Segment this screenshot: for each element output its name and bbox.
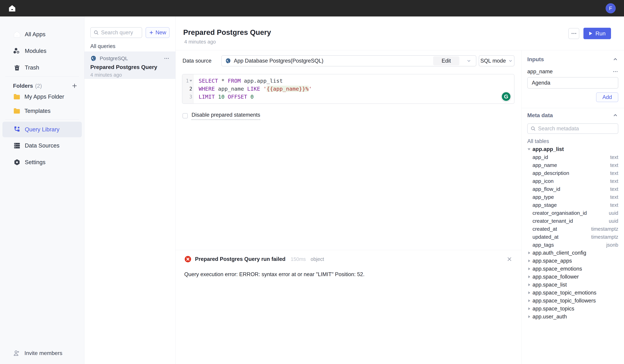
sql-mode-label: SQL mode bbox=[480, 58, 506, 64]
search-icon bbox=[530, 126, 536, 131]
meta-table-row[interactable]: app.space_topics bbox=[527, 305, 618, 313]
query-source-label: PostgreSQL bbox=[100, 55, 128, 61]
folder-icon bbox=[13, 107, 21, 115]
meta-column-row[interactable]: app_tagsjsonb bbox=[527, 241, 618, 249]
datasource-label: Data source bbox=[182, 58, 221, 64]
fold-caret-icon[interactable] bbox=[189, 80, 192, 82]
meta-column-row[interactable]: app_idtext bbox=[527, 153, 618, 161]
query-search-input[interactable] bbox=[101, 29, 139, 36]
meta-column-row[interactable]: updated_attimestamptz bbox=[527, 233, 618, 241]
query-list-item[interactable]: PostgreSQL Prepared Postgres Query 4 min… bbox=[84, 52, 175, 79]
meta-column-row[interactable]: app_nametext bbox=[527, 161, 618, 169]
meta-column-row[interactable]: app_flow_idtext bbox=[527, 185, 618, 193]
new-query-button[interactable]: New bbox=[146, 27, 170, 38]
data-sources-icon bbox=[13, 142, 21, 150]
code-line[interactable]: WHERE app_name LIKE '{{app_name}}%' bbox=[199, 85, 514, 93]
meta-table-name: app.app_list bbox=[532, 146, 564, 152]
folders-header: Folders (2) bbox=[0, 82, 84, 90]
metadata-section-header[interactable]: Meta data bbox=[527, 112, 618, 119]
sql-code-editor[interactable]: 123 SELECT * FROM app.app_listWHERE app_… bbox=[182, 74, 515, 104]
sidebar-item-data-sources[interactable]: Data Sources bbox=[0, 137, 84, 154]
meta-table-row[interactable]: app.space_follower bbox=[527, 273, 618, 281]
plus-icon bbox=[149, 30, 154, 35]
settings-icon bbox=[13, 158, 21, 166]
error-object-tab[interactable]: object bbox=[311, 256, 324, 262]
chevron-up-icon[interactable] bbox=[612, 112, 618, 118]
query-result-panel: Prepared Postgres Query run failed 150ms… bbox=[176, 250, 521, 364]
sidebar-item-settings[interactable]: Settings bbox=[0, 154, 84, 171]
add-param-button[interactable]: Add bbox=[596, 92, 618, 102]
datasource-edit-button[interactable]: Edit bbox=[433, 56, 459, 65]
inspector-panel: Inputs app_name Add Meta data bbox=[521, 51, 624, 364]
query-item-menu-button[interactable] bbox=[164, 55, 170, 61]
code-line[interactable]: LIMIT 10 OFFSET 0 bbox=[199, 93, 514, 101]
meta-column-row[interactable]: creator_tenant_iduuid bbox=[527, 217, 618, 225]
meta-table-row[interactable]: app.space_topic_followers bbox=[527, 297, 618, 305]
home-button[interactable] bbox=[7, 3, 18, 14]
meta-column-row[interactable]: app_descriptiontext bbox=[527, 169, 618, 177]
sidebar-item-modules[interactable]: Modules bbox=[0, 43, 84, 59]
code-line[interactable]: SELECT * FROM app.app_list bbox=[199, 77, 514, 85]
line-number[interactable]: 2 bbox=[182, 85, 193, 93]
add-folder-button[interactable] bbox=[71, 83, 78, 89]
param-menu-button[interactable] bbox=[612, 69, 618, 75]
sidebar: All Apps Modules Trash Folders (2) My Ap… bbox=[0, 16, 84, 364]
chevron-down-icon bbox=[466, 58, 471, 63]
sidebar-folder-my-apps[interactable]: My Apps Folder bbox=[0, 90, 84, 104]
all-queries-header: All queries bbox=[90, 43, 170, 50]
meta-table-row[interactable]: app.user_auth bbox=[527, 313, 618, 321]
sidebar-item-query-library[interactable]: Query Library bbox=[2, 122, 82, 137]
param-value-input[interactable] bbox=[527, 77, 618, 89]
sidebar-divider bbox=[5, 119, 79, 120]
meta-table-row[interactable]: app.space_apps bbox=[527, 257, 618, 265]
meta-table-row[interactable]: app.auth_client_config bbox=[527, 249, 618, 257]
search-icon bbox=[93, 30, 99, 35]
metadata-search-input[interactable] bbox=[538, 126, 615, 132]
query-search-box[interactable] bbox=[90, 27, 142, 38]
invite-members-label: Invite members bbox=[25, 350, 62, 356]
line-number[interactable]: 3 bbox=[182, 93, 193, 101]
sql-mode-select[interactable]: SQL mode bbox=[479, 55, 515, 66]
error-message: Query execution error: ERROR: syntax err… bbox=[184, 271, 513, 278]
run-button[interactable]: Run bbox=[583, 28, 611, 39]
meta-table-row-expanded[interactable]: app.app_list bbox=[527, 145, 618, 153]
error-icon bbox=[184, 256, 192, 263]
meta-table-row[interactable]: app.space_topic_emotions bbox=[527, 289, 618, 297]
sidebar-divider bbox=[5, 77, 79, 77]
meta-column-row[interactable]: app_typetext bbox=[527, 193, 618, 201]
meta-table-row[interactable]: app.space_emotions bbox=[527, 265, 618, 273]
sidebar-item-label: Trash bbox=[25, 64, 39, 71]
meta-column-row[interactable]: creator_organisation_iduuid bbox=[527, 209, 618, 217]
invite-members-button[interactable]: Invite members bbox=[13, 349, 62, 357]
meta-column-row[interactable]: app_stagetext bbox=[527, 201, 618, 209]
meta-column-row[interactable]: created_attimestamptz bbox=[527, 225, 618, 233]
postgresql-icon bbox=[90, 55, 97, 61]
line-number[interactable]: 1 bbox=[182, 77, 193, 85]
datasource-select[interactable]: App Database Postgres(PostgreSQL) Edit bbox=[221, 55, 476, 66]
meta-tree: app.app_list app_idtextapp_nametextapp_d… bbox=[527, 145, 618, 321]
page-title: Prepared Postgres Query bbox=[183, 28, 271, 37]
code-lines[interactable]: SELECT * FROM app.app_listWHERE app_name… bbox=[193, 74, 514, 104]
grammarly-icon[interactable]: G bbox=[501, 92, 511, 102]
meta-table-row[interactable]: app.space_list bbox=[527, 281, 618, 289]
sidebar-folder-templates[interactable]: Templates bbox=[0, 104, 84, 118]
query-item-title: Prepared Postgres Query bbox=[90, 64, 170, 70]
sidebar-item-trash[interactable]: Trash bbox=[0, 59, 84, 76]
query-header: Prepared Postgres Query 4 minutes ago Ru… bbox=[176, 16, 624, 50]
meta-column-row[interactable]: app_icontext bbox=[527, 177, 618, 185]
query-item-time: 4 minutes ago bbox=[90, 72, 170, 78]
caret-right-icon bbox=[528, 283, 530, 286]
metadata-search-box[interactable] bbox=[527, 123, 618, 134]
query-editor-area: Data source App Database Postgres(Postgr… bbox=[176, 51, 521, 364]
query-options-button[interactable] bbox=[568, 28, 579, 39]
disable-prepared-statements-checkbox[interactable] bbox=[182, 113, 188, 118]
avatar[interactable]: F bbox=[606, 3, 616, 13]
disable-prepared-statements-label[interactable]: Disable prepared statements bbox=[192, 112, 260, 120]
caret-down-icon bbox=[528, 148, 530, 150]
chevron-up-icon[interactable] bbox=[612, 56, 618, 62]
sidebar-item-all-apps[interactable]: All Apps bbox=[0, 26, 84, 43]
inputs-section-header[interactable]: Inputs bbox=[527, 56, 618, 63]
close-icon[interactable] bbox=[506, 256, 513, 262]
caret-right-icon bbox=[528, 299, 530, 302]
sidebar-item-label: All Apps bbox=[25, 31, 45, 38]
